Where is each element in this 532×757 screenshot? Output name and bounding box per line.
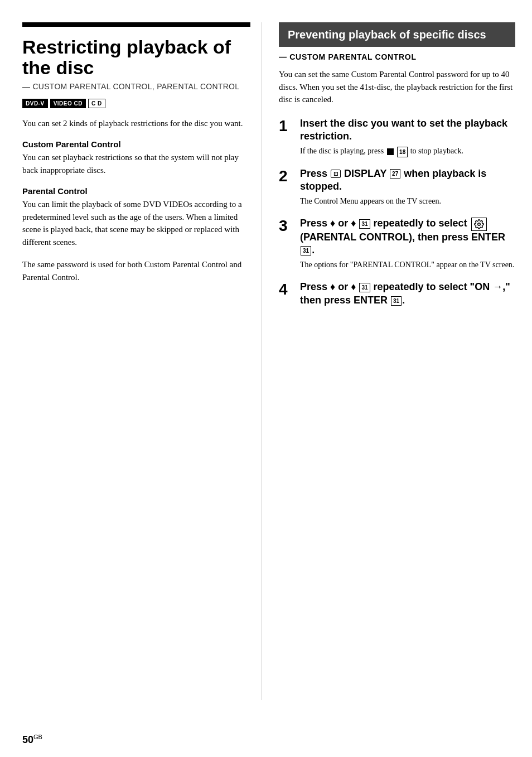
custom-parental-text: You can set playback restrictions so tha… [22,151,250,176]
step-3-content: Press ♦ or ♦ 31 repeatedly to select (PA… [300,217,515,271]
step-1-number: 1 [279,118,294,134]
step-3: 3 Press ♦ or ♦ 31 repeatedly to select (… [279,217,515,271]
step-2-number: 2 [279,168,294,184]
step-1-main: Insert the disc you want to set the play… [300,117,515,143]
step-2-detail: The Control Menu appears on the TV scree… [300,195,515,207]
step-1-detail: If the disc is playing, press 18 to stop… [300,145,515,157]
badge-row: DVD-V VIDEO CD C D [22,99,250,108]
subtitle: — CUSTOM PARENTAL CONTROL, PARENTAL CONT… [22,82,250,91]
page-number: 50GB [22,734,42,746]
left-note: The same password is used for both Custo… [22,258,250,283]
right-subtitle: — CUSTOM PARENTAL CONTROL [279,52,515,61]
step-4-content: Press ♦ or ♦ 31 repeatedly to select "ON… [300,281,515,309]
custom-parental-heading: Custom Parental Control [22,139,250,149]
badge-27: 27 [390,169,400,179]
parental-control-text: You can limit the playback of some DVD V… [22,198,250,248]
step-4-main: Press ♦ or ♦ 31 repeatedly to select "ON… [300,281,515,307]
right-intro: You can set the same Custom Parental Con… [279,68,515,106]
page-footer: 50GB [0,722,532,757]
badge-31d: 31 [391,296,402,306]
step-2-main: Press ⊡ DISPLAY 27 when playback is stop… [300,167,515,194]
display-icon: ⊡ [331,170,341,178]
badge-31c: 31 [359,283,370,292]
step-4-number: 4 [279,282,294,297]
step-4: 4 Press ♦ or ♦ 31 repeatedly to select "… [279,281,515,309]
gear-icon [471,218,487,231]
right-header: Preventing playback of specific discs [279,22,515,47]
badge-31a: 31 [359,219,370,229]
top-bar [22,22,250,27]
step-3-detail: The options for "PARENTAL CONTROL" appea… [300,259,515,271]
step-3-number: 3 [279,218,294,234]
badge-cd: C D [88,99,105,108]
right-header-title: Preventing playback of specific discs [288,28,506,41]
right-column: Preventing playback of specific discs — … [273,22,515,700]
badge-18: 18 [397,147,408,157]
badge-31b: 31 [301,246,311,255]
left-column: Restricting playback of the disc — CUSTO… [22,22,262,700]
left-intro: You can set 2 kinds of playback restrict… [22,117,250,130]
stop-icon [387,148,394,155]
step-2: 2 Press ⊡ DISPLAY 27 when playback is st… [279,167,515,208]
step-3-main: Press ♦ or ♦ 31 repeatedly to select (PA… [300,217,515,257]
main-title: Restricting playback of the disc [22,37,250,79]
step-1-content: Insert the disc you want to set the play… [300,117,515,157]
svg-point-0 [477,223,480,225]
badge-video-cd: VIDEO CD [50,99,86,108]
badge-dvd-v: DVD-V [22,99,48,108]
parental-control-heading: Parental Control [22,186,250,196]
step-1: 1 Insert the disc you want to set the pl… [279,117,515,157]
step-2-content: Press ⊡ DISPLAY 27 when playback is stop… [300,167,515,208]
